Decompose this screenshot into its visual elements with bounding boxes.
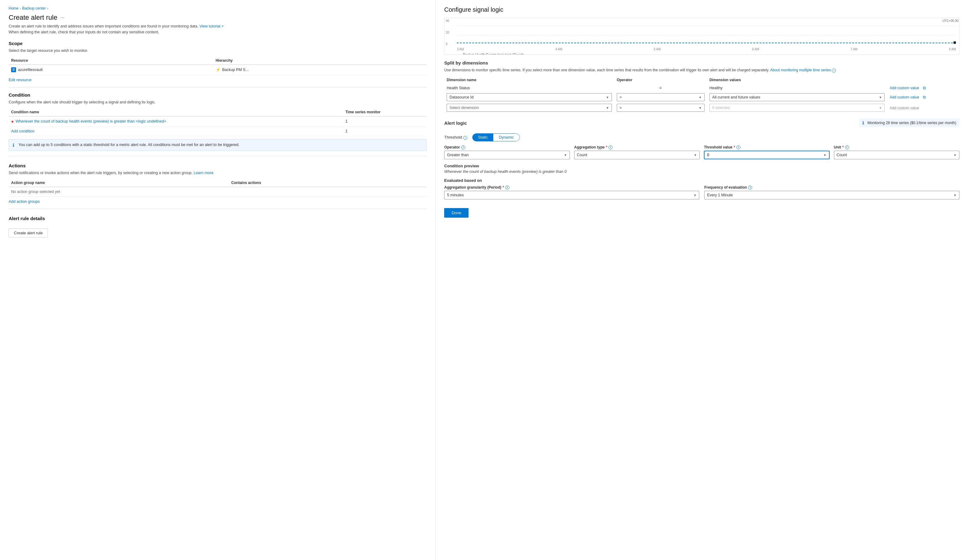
condition-link-1[interactable]: Whenever the count of backup health even… [15, 119, 166, 124]
dimensions-table: Dimension name Operator Dimension values… [444, 76, 959, 113]
eval-period-label-text: Aggregation granularity (Period) [444, 185, 501, 190]
col-dim-name: Dimension name [444, 76, 614, 84]
col-resource: Resource [9, 56, 213, 65]
threshold-value-info-circle[interactable]: i [736, 145, 740, 149]
breadcrumb-backup-center[interactable]: Backup center [22, 6, 46, 10]
chart-xaxis: 3 AM 4 AM 5 AM 6 AM 7 AM 8 AM [457, 48, 956, 51]
static-toggle-btn[interactable]: Static [472, 134, 493, 141]
grid-line-1 [457, 26, 956, 26]
eval-frequency-label: Frequency of evaluation i [704, 185, 959, 190]
no-action-text: No action group selected yet [9, 187, 426, 197]
dim-op-datasource-dropdown[interactable]: = ▼ [617, 93, 704, 101]
aggregation-select[interactable]: Count ▼ [574, 150, 699, 159]
x-8am: 8 AM [949, 48, 956, 51]
condition-info-box: ℹ You can add up to 5 conditions with a … [9, 139, 426, 151]
eval-period-info-circle[interactable]: i [505, 185, 509, 190]
eval-frequency-field: Frequency of evaluation i Every 1 Minute… [704, 185, 959, 200]
dynamic-toggle-btn[interactable]: Dynamic [493, 134, 519, 141]
dim-name-datasource-dropdown[interactable]: Datasource Id ▼ [447, 93, 612, 101]
dim-values-select-caret: ▼ [879, 106, 882, 110]
threshold-toggle-group: Static Dynamic [472, 133, 520, 141]
copy-icon-datasource[interactable]: ⧉ [923, 95, 926, 100]
unit-field-group: Unit * i Count ▼ [834, 145, 959, 159]
threshold-row: Threshold i Static Dynamic [444, 133, 959, 141]
dim-name-select-dropdown[interactable]: Select dimension ▼ [447, 104, 612, 112]
add-custom-health-link[interactable]: Add custom value [890, 86, 919, 90]
info-box-text: You can add up to 5 conditions with a st… [18, 143, 239, 147]
eval-frequency-caret: ▼ [953, 193, 956, 197]
condition-title: Condition [9, 92, 426, 97]
page-title: Create alert rule [9, 13, 58, 21]
eval-frequency-dropdown[interactable]: Every 1 Minute ▼ [704, 191, 959, 200]
actions-subtitle: Send notifications or invoke actions whe… [9, 171, 426, 175]
create-alert-rule-button[interactable]: Create alert rule [9, 228, 48, 238]
divider-2 [9, 156, 426, 156]
unit-info-circle[interactable]: i [845, 145, 849, 149]
dim-op-select-dropdown[interactable]: = ▼ [617, 104, 704, 112]
condition-table: Condition name Time series monitor ● Whe… [9, 108, 426, 136]
view-tutorial-link[interactable]: View tutorial + [199, 24, 224, 28]
unit-caret: ▼ [953, 154, 956, 157]
resource-name: azurefilesvault [18, 68, 43, 72]
edit-resource-link[interactable]: Edit resource [9, 78, 31, 82]
dim-values-select-dropdown[interactable]: 0 selected ▼ [709, 104, 885, 112]
dimension-row-select: Select dimension ▼ = ▼ 0 selected [444, 102, 959, 113]
dim-name-datasource-caret: ▼ [606, 96, 609, 99]
about-monitoring-link[interactable]: About monitoring multiple time series [770, 68, 831, 72]
add-condition-link[interactable]: Add condition [11, 129, 35, 133]
chart-area: UTC+05:30 40 20 0 3 AM 4 AM 5 AM 6 AM 7 … [444, 18, 959, 55]
aggregation-caret: ▼ [694, 154, 697, 157]
eval-period-caret: ▼ [693, 193, 696, 197]
info-circle-split[interactable]: i [832, 69, 836, 73]
x-3am: 3 AM [457, 48, 464, 51]
hierarchy-cell: ⚡ Backup PM S... [213, 64, 426, 75]
y-0: 0 [446, 42, 453, 46]
alert-logic-section: Alert logic ℹ Monitoring 28 time series … [444, 119, 959, 218]
dim-values-datasource-dropdown[interactable]: All current and future values ▼ [709, 93, 885, 101]
dim-name-select-cell: Select dimension ▼ [444, 102, 614, 113]
condition-subtitle: Configure when the alert rule should tri… [9, 100, 426, 104]
unit-req: * [842, 145, 844, 149]
learn-more-link[interactable]: Learn more [194, 171, 214, 175]
chart-legend-label: Backup Health Events (preview) (Count) [463, 53, 524, 55]
threshold-info-circle[interactable]: i [463, 136, 467, 140]
threshold-value-label-text: Threshold value [704, 145, 732, 149]
operator-field-group: Operator i Greater than ▼ [444, 145, 570, 159]
eval-period-field: Aggregation granularity (Period) * i 5 m… [444, 185, 699, 200]
col-dim-values: Dimension values [707, 76, 887, 84]
done-button[interactable]: Done [444, 208, 469, 218]
operator-info-circle[interactable]: i [461, 145, 465, 149]
unit-select[interactable]: Count ▼ [834, 150, 959, 159]
breadcrumb-home[interactable]: Home [9, 6, 18, 10]
condition-row-add: Add condition 1 [9, 126, 426, 136]
operator-select[interactable]: Greater than ▼ [444, 150, 570, 159]
col-dim-op: Operator [614, 76, 707, 84]
copy-icon-health[interactable]: ⧉ [923, 86, 926, 91]
resource-row: 🗄 azurefilesvault ⚡ Backup PM S... [9, 64, 426, 75]
description-text: Create an alert rule to identify and add… [9, 23, 426, 35]
actions-text: Send notifications or invoke actions whe… [9, 171, 192, 175]
threshold-label: Threshold i [444, 135, 467, 140]
col-action-group: Action group name [9, 179, 229, 187]
threshold-value-input[interactable] [707, 153, 719, 157]
dim-name-select-caret: ▼ [606, 106, 609, 110]
alert-details-section: Alert rule details [9, 216, 426, 221]
page-title-dots[interactable]: ··· [61, 15, 65, 20]
grid-line-2 [457, 35, 956, 35]
alert-fields-row: Operator i Greater than ▼ Aggregation ty… [444, 145, 959, 159]
eval-period-dropdown[interactable]: 5 minutes ▼ [444, 191, 699, 200]
aggregation-label-text: Aggregation type [574, 145, 605, 149]
split-desc: Use dimensions to monitor specific time … [444, 67, 959, 73]
add-action-groups-link[interactable]: Add action groups [9, 200, 40, 204]
add-custom-datasource-link[interactable]: Add custom value [890, 95, 919, 99]
dim-op-select: = [620, 106, 622, 110]
actions-section: Actions Send notifications or invoke act… [9, 163, 426, 204]
scope-title: Scope [9, 41, 426, 46]
hierarchy-value: Backup PM S... [222, 68, 249, 72]
operator-label-text: Operator [444, 145, 460, 149]
actions-title: Actions [9, 163, 426, 168]
dim-custom-select: Add custom value [887, 102, 959, 113]
aggregation-info-circle[interactable]: i [608, 145, 612, 149]
alert-details-title: Alert rule details [9, 216, 426, 221]
eval-frequency-info-circle[interactable]: i [748, 185, 752, 190]
